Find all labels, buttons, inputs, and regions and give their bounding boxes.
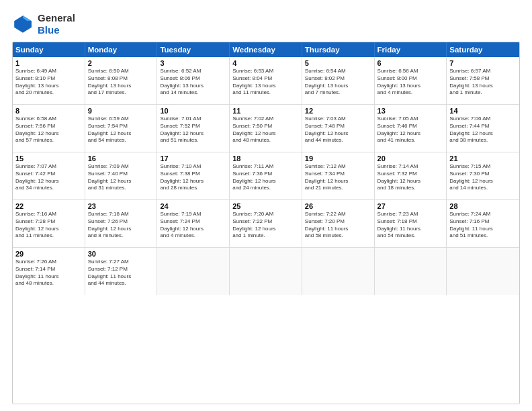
calendar-cell: [302, 248, 375, 295]
day-number: 8: [15, 107, 82, 115]
calendar-cell: 18Sunrise: 7:11 AM Sunset: 7:36 PM Dayli…: [230, 152, 302, 199]
calendar-cell: 22Sunrise: 7:16 AM Sunset: 7:28 PM Dayli…: [13, 200, 85, 247]
day-info: Sunrise: 6:49 AM Sunset: 8:10 PM Dayligh…: [15, 68, 82, 97]
day-info: Sunrise: 7:09 AM Sunset: 7:40 PM Dayligh…: [88, 163, 154, 192]
logo: GeneralBlue: [12, 12, 75, 36]
calendar-cell: 21Sunrise: 7:15 AM Sunset: 7:30 PM Dayli…: [447, 152, 519, 199]
day-number: 11: [232, 107, 299, 115]
calendar-cell: 19Sunrise: 7:12 AM Sunset: 7:34 PM Dayli…: [302, 152, 375, 199]
day-number: 16: [88, 154, 154, 163]
day-number: 24: [160, 202, 226, 210]
calendar-cell: 25Sunrise: 7:20 AM Sunset: 7:22 PM Dayli…: [230, 200, 302, 247]
day-number: 17: [160, 154, 226, 163]
day-number: 25: [232, 202, 299, 210]
day-info: Sunrise: 6:53 AM Sunset: 8:04 PM Dayligh…: [232, 68, 299, 97]
day-info: Sunrise: 7:22 AM Sunset: 7:20 PM Dayligh…: [305, 211, 371, 240]
calendar-cell: 8Sunrise: 6:58 AM Sunset: 7:56 PM Daylig…: [13, 105, 85, 152]
calendar-cell: 28Sunrise: 7:24 AM Sunset: 7:16 PM Dayli…: [447, 200, 519, 247]
calendar-cell: 20Sunrise: 7:14 AM Sunset: 7:32 PM Dayli…: [375, 152, 447, 199]
week-row-1: 1Sunrise: 6:49 AM Sunset: 8:10 PM Daylig…: [13, 57, 519, 105]
day-number: 6: [378, 59, 444, 67]
calendar-cell: 6Sunrise: 6:56 AM Sunset: 8:00 PM Daylig…: [375, 57, 447, 104]
day-info: Sunrise: 7:06 AM Sunset: 7:44 PM Dayligh…: [449, 116, 517, 144]
calendar-cell: 24Sunrise: 7:19 AM Sunset: 7:24 PM Dayli…: [157, 200, 230, 247]
day-number: 12: [305, 107, 371, 115]
day-info: Sunrise: 7:03 AM Sunset: 7:48 PM Dayligh…: [305, 116, 371, 144]
week-row-5: 29Sunrise: 7:26 AM Sunset: 7:14 PM Dayli…: [13, 248, 519, 295]
week-row-2: 8Sunrise: 6:58 AM Sunset: 7:56 PM Daylig…: [13, 105, 519, 152]
day-number: 9: [88, 107, 154, 115]
calendar-cell: 12Sunrise: 7:03 AM Sunset: 7:48 PM Dayli…: [302, 105, 375, 152]
day-number: 23: [88, 202, 154, 210]
calendar-cell: 16Sunrise: 7:09 AM Sunset: 7:40 PM Dayli…: [85, 152, 158, 199]
day-number: 14: [449, 107, 517, 115]
svg-marker-2: [27, 21, 31, 28]
day-info: Sunrise: 6:57 AM Sunset: 7:58 PM Dayligh…: [449, 68, 517, 97]
day-number: 1: [15, 59, 82, 67]
day-info: Sunrise: 7:11 AM Sunset: 7:36 PM Dayligh…: [232, 163, 299, 192]
day-number: 15: [15, 154, 82, 163]
day-info: Sunrise: 6:52 AM Sunset: 8:06 PM Dayligh…: [160, 68, 226, 97]
calendar-cell: 4Sunrise: 6:53 AM Sunset: 8:04 PM Daylig…: [230, 57, 302, 104]
day-info: Sunrise: 6:58 AM Sunset: 7:56 PM Dayligh…: [15, 116, 82, 144]
col-friday: Friday: [375, 42, 447, 57]
day-number: 21: [449, 154, 517, 163]
day-info: Sunrise: 7:26 AM Sunset: 7:14 PM Dayligh…: [15, 259, 82, 287]
day-number: 10: [160, 107, 226, 115]
calendar-cell: 9Sunrise: 6:59 AM Sunset: 7:54 PM Daylig…: [85, 105, 158, 152]
day-number: 28: [449, 202, 517, 210]
day-number: 5: [305, 59, 371, 67]
day-info: Sunrise: 7:19 AM Sunset: 7:24 PM Dayligh…: [160, 211, 226, 240]
calendar-cell: 2Sunrise: 6:50 AM Sunset: 8:08 PM Daylig…: [85, 57, 158, 104]
calendar-cell: 30Sunrise: 7:27 AM Sunset: 7:12 PM Dayli…: [85, 248, 158, 295]
day-number: 20: [378, 154, 444, 163]
logo-blue-text: Blue: [38, 24, 60, 36]
calendar-cell: 10Sunrise: 7:01 AM Sunset: 7:52 PM Dayli…: [157, 105, 230, 152]
calendar-header-row: Sunday Monday Tuesday Wednesday Thursday…: [13, 42, 519, 57]
calendar-cell: 26Sunrise: 7:22 AM Sunset: 7:20 PM Dayli…: [302, 200, 375, 247]
day-info: Sunrise: 6:50 AM Sunset: 8:08 PM Dayligh…: [88, 68, 154, 97]
day-info: Sunrise: 6:59 AM Sunset: 7:54 PM Dayligh…: [88, 116, 154, 144]
calendar-cell: [157, 248, 230, 295]
col-monday: Monday: [85, 42, 158, 57]
day-info: Sunrise: 7:05 AM Sunset: 7:46 PM Dayligh…: [378, 116, 444, 144]
calendar-cell: 27Sunrise: 7:23 AM Sunset: 7:18 PM Dayli…: [375, 200, 447, 247]
day-info: Sunrise: 7:07 AM Sunset: 7:42 PM Dayligh…: [15, 163, 82, 192]
day-number: 19: [305, 154, 371, 163]
calendar-cell: 23Sunrise: 7:18 AM Sunset: 7:26 PM Dayli…: [85, 200, 158, 247]
day-number: 30: [88, 250, 154, 258]
col-thursday: Thursday: [302, 42, 375, 57]
day-info: Sunrise: 7:27 AM Sunset: 7:12 PM Dayligh…: [88, 259, 154, 287]
calendar-cell: 13Sunrise: 7:05 AM Sunset: 7:46 PM Dayli…: [375, 105, 447, 152]
day-number: 13: [378, 107, 444, 115]
day-number: 27: [378, 202, 444, 210]
day-info: Sunrise: 7:20 AM Sunset: 7:22 PM Dayligh…: [232, 211, 299, 240]
calendar-cell: 14Sunrise: 7:06 AM Sunset: 7:44 PM Dayli…: [447, 105, 519, 152]
day-info: Sunrise: 7:02 AM Sunset: 7:50 PM Dayligh…: [232, 116, 299, 144]
logo-icon: [12, 13, 34, 35]
calendar-cell: 1Sunrise: 6:49 AM Sunset: 8:10 PM Daylig…: [13, 57, 85, 104]
day-number: 29: [15, 250, 82, 258]
day-number: 26: [305, 202, 371, 210]
calendar-cell: 5Sunrise: 6:54 AM Sunset: 8:02 PM Daylig…: [302, 57, 375, 104]
day-number: 4: [232, 59, 299, 67]
day-info: Sunrise: 7:10 AM Sunset: 7:38 PM Dayligh…: [160, 163, 226, 192]
week-row-4: 22Sunrise: 7:16 AM Sunset: 7:28 PM Dayli…: [13, 200, 519, 248]
calendar-cell: 17Sunrise: 7:10 AM Sunset: 7:38 PM Dayli…: [157, 152, 230, 199]
day-number: 22: [15, 202, 82, 210]
day-info: Sunrise: 7:23 AM Sunset: 7:18 PM Dayligh…: [378, 211, 444, 240]
col-wednesday: Wednesday: [230, 42, 302, 57]
day-number: 7: [449, 59, 517, 67]
calendar-cell: 7Sunrise: 6:57 AM Sunset: 7:58 PM Daylig…: [447, 57, 519, 104]
calendar-cell: 29Sunrise: 7:26 AM Sunset: 7:14 PM Dayli…: [13, 248, 85, 295]
day-info: Sunrise: 7:01 AM Sunset: 7:52 PM Dayligh…: [160, 116, 226, 144]
logo-general-text: General: [38, 12, 75, 24]
week-row-3: 15Sunrise: 7:07 AM Sunset: 7:42 PM Dayli…: [13, 152, 519, 200]
calendar-cell: [447, 248, 519, 295]
page: GeneralBlue Sunday Monday Tuesday Wednes…: [0, 0, 532, 411]
calendar-cell: 3Sunrise: 6:52 AM Sunset: 8:06 PM Daylig…: [157, 57, 230, 104]
calendar-cell: [375, 248, 447, 295]
header: GeneralBlue: [12, 12, 520, 36]
col-saturday: Saturday: [447, 42, 519, 57]
col-sunday: Sunday: [13, 42, 85, 57]
